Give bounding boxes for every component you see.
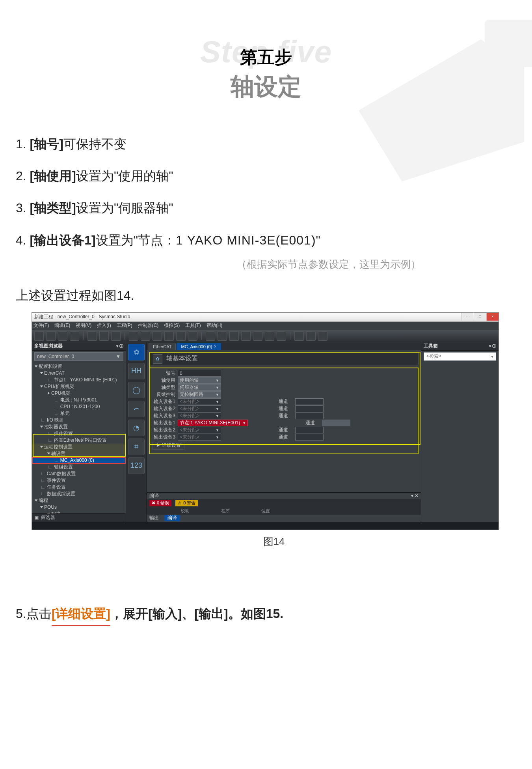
tree-node[interactable]: ∟操作设置 <box>32 430 126 437</box>
expand-icon[interactable] <box>40 426 43 428</box>
tree-node[interactable]: CPU机架 <box>32 390 126 397</box>
field-value[interactable]: <未分配>▼ <box>178 405 221 412</box>
footer-tab-compile[interactable]: 编译 <box>164 515 180 521</box>
toolbar-button[interactable] <box>277 331 286 341</box>
collapse-icon[interactable]: ▾ ⓘ <box>116 343 123 349</box>
toolbar-button[interactable] <box>253 331 262 341</box>
window-max-button[interactable]: □ <box>474 313 486 321</box>
toolbar-button[interactable] <box>206 331 215 341</box>
tree-node[interactable]: ∟MC_Axis000 (0) <box>32 457 126 464</box>
nav-button[interactable]: HH <box>128 363 145 379</box>
menu-item[interactable]: 帮助(H) <box>206 322 223 329</box>
nav-settings-button[interactable]: ✿ <box>128 344 145 360</box>
tree-node[interactable]: 程序 <box>32 511 126 513</box>
toolbar-button[interactable] <box>318 331 327 341</box>
toolbar-button[interactable] <box>294 331 304 341</box>
tree-node[interactable]: ∟I/O 映射 <box>32 417 126 424</box>
channel-combo[interactable] <box>295 398 324 405</box>
expand-icon[interactable] <box>40 386 43 388</box>
menu-item[interactable]: 文件(F) <box>33 322 49 329</box>
menu-item[interactable]: 编辑(E) <box>54 322 70 329</box>
menu-item[interactable]: 工具(T) <box>185 322 201 329</box>
field-value[interactable]: 伺服器轴▼ <box>178 384 221 391</box>
tree-node[interactable]: 运动控制设置 <box>32 444 126 450</box>
expand-icon[interactable] <box>40 506 43 508</box>
channel-combo[interactable] <box>295 405 324 412</box>
tree-node[interactable]: 配置和设置 <box>32 363 126 370</box>
toolbar-button[interactable] <box>176 331 186 341</box>
tree-node[interactable]: ∟CPU : NJ301-1200 <box>32 403 126 410</box>
detail-toggle[interactable]: ▶ 详细设置 <box>153 442 184 450</box>
editor-tab[interactable]: EtherCAT <box>149 343 176 350</box>
editor-tab[interactable]: MC_Axis000 (0)✕ <box>177 343 221 350</box>
toolbar-button[interactable] <box>141 331 150 341</box>
field-value[interactable]: 0 <box>178 370 221 377</box>
expand-icon[interactable] <box>48 392 50 395</box>
toolbar-button[interactable] <box>229 331 239 341</box>
nav-button[interactable]: ◔ <box>128 420 145 436</box>
toolbar-button[interactable] <box>70 331 79 341</box>
tree-node[interactable]: 轴设置 <box>32 450 126 457</box>
tree-node[interactable]: ∟内置EtherNet/IP端口设置 <box>32 437 126 444</box>
expand-icon[interactable] <box>47 453 50 455</box>
expand-icon[interactable] <box>47 513 50 513</box>
field-value[interactable]: 无控制回路▼ <box>178 391 221 398</box>
field-value[interactable]: <未分配>▼ <box>178 434 221 440</box>
tree-node[interactable]: ∟Cam数据设置 <box>32 470 126 477</box>
toolbar-button[interactable] <box>111 331 121 341</box>
expand-icon[interactable] <box>40 372 43 374</box>
expand-icon[interactable] <box>40 446 43 448</box>
field-value[interactable]: <未分配>▼ <box>178 412 221 419</box>
toolbar-button[interactable] <box>87 331 97 341</box>
field-value[interactable]: 节点:1 YAKO MINI-3E(E001)▼ <box>178 420 248 426</box>
menu-item[interactable]: 视图(V) <box>76 322 91 329</box>
channel-combo[interactable] <box>295 427 324 433</box>
field-value[interactable]: 使用的轴▼ <box>178 377 221 384</box>
channel-combo[interactable] <box>322 420 350 426</box>
nav-button[interactable]: ⤺ <box>128 401 145 417</box>
close-icon[interactable]: ✕ <box>214 344 217 349</box>
tree-node[interactable]: ∟轴组设置 <box>32 464 126 470</box>
toolbar-button[interactable] <box>218 331 227 341</box>
toolbox-search[interactable]: <检索> ▾ <box>424 352 496 361</box>
tree-node[interactable]: ∟单元 <box>32 410 126 417</box>
expand-icon[interactable] <box>35 500 38 502</box>
toolbar-button[interactable] <box>241 331 251 341</box>
menu-item[interactable]: 插入(I) <box>97 322 111 329</box>
window-min-button[interactable]: – <box>461 313 473 321</box>
tree-node[interactable]: EtherCAT <box>32 370 126 377</box>
menu-item[interactable]: 控制器(C) <box>138 322 159 329</box>
tree-node[interactable]: ∟事件设置 <box>32 477 126 484</box>
tree-node[interactable]: CPU/扩展机架 <box>32 383 126 390</box>
nav-button[interactable]: ⌗ <box>128 439 145 455</box>
toolbar-button[interactable] <box>188 331 197 341</box>
channel-combo[interactable] <box>295 412 324 419</box>
menu-item[interactable]: 工程(P) <box>117 322 132 329</box>
channel-combo[interactable] <box>295 434 324 440</box>
controller-combo[interactable]: new_Controller_0▼ <box>34 352 123 361</box>
tree-node[interactable]: POUs <box>32 504 126 511</box>
close-icon[interactable]: ▾ ✕ <box>411 493 419 498</box>
tree-node[interactable]: 编程 <box>32 497 126 504</box>
toolbar-button[interactable] <box>34 331 44 341</box>
tree-node[interactable]: ∟任务设置 <box>32 484 126 491</box>
tree-node[interactable]: ∟数据跟踪设置 <box>32 491 126 497</box>
window-close-button[interactable]: × <box>486 313 499 321</box>
warning-badge[interactable]: ⚠ 0 警告 <box>175 500 198 506</box>
field-value[interactable]: <未分配>▼ <box>178 398 221 405</box>
toolbar-button[interactable] <box>164 331 174 341</box>
footer-tab-output[interactable]: 输出 <box>149 515 159 521</box>
toolbar-button[interactable] <box>58 331 67 341</box>
toolbar-button[interactable] <box>46 331 56 341</box>
tree-node[interactable]: ∟节点1 : YAKO MINI-3E (E001) <box>32 377 126 383</box>
menu-item[interactable]: 模拟(S) <box>164 322 180 329</box>
tree-node[interactable]: 控制器设置 <box>32 424 126 430</box>
error-badge[interactable]: ✖ 0 错误 <box>149 500 171 506</box>
toolbar-button[interactable] <box>153 331 162 341</box>
tree-node[interactable]: ∟电源 : NJ-Px3001 <box>32 397 126 403</box>
nav-button[interactable]: 123 <box>128 457 145 474</box>
toolbar-button[interactable] <box>129 331 138 341</box>
expand-icon[interactable] <box>35 366 38 368</box>
field-value[interactable]: <未分配>▼ <box>178 427 221 433</box>
toolbar-button[interactable] <box>99 331 109 341</box>
